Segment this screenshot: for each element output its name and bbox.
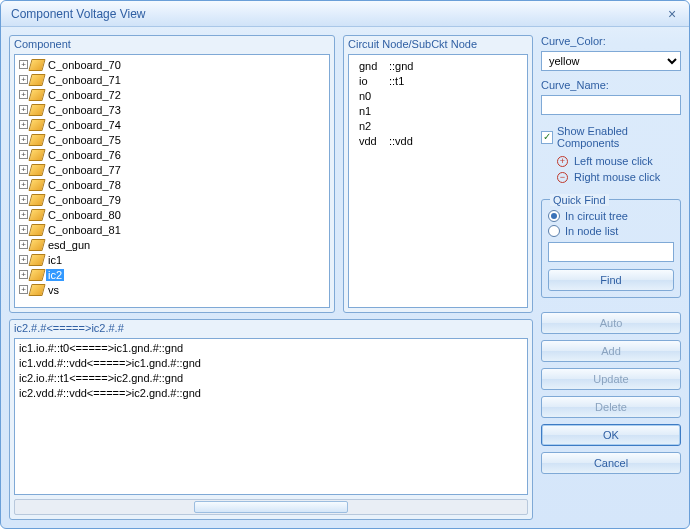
connections-list[interactable]: ic1.io.#::t0<=====>ic1.gnd.#::gndic1.vdd… [14, 338, 528, 495]
expand-icon[interactable]: + [19, 150, 28, 159]
tree-item[interactable]: +C_onboard_78 [17, 177, 327, 192]
radio-node-list[interactable] [548, 225, 560, 237]
node-key: n0 [359, 89, 389, 104]
top-row: Component +C_onboard_70+C_onboard_71+C_o… [9, 35, 533, 313]
cancel-button[interactable]: Cancel [541, 452, 681, 474]
node-row[interactable]: io::t1 [359, 74, 517, 89]
curve-color-select[interactable]: yellow [541, 51, 681, 71]
component-icon [28, 179, 45, 191]
node-key: gnd [359, 59, 389, 74]
auto-button[interactable]: Auto [541, 312, 681, 334]
connection-line[interactable]: ic2.vdd.#::vdd<=====>ic2.gnd.#::gnd [19, 386, 523, 401]
tree-item[interactable]: +C_onboard_76 [17, 147, 327, 162]
component-icon [28, 149, 45, 161]
expand-icon[interactable]: + [19, 120, 28, 129]
component-icon [28, 194, 45, 206]
expand-icon[interactable]: + [19, 60, 28, 69]
plus-circle-icon: + [557, 156, 568, 167]
show-enabled-checkbox[interactable] [541, 131, 553, 144]
expand-icon[interactable]: + [19, 165, 28, 174]
find-button[interactable]: Find [548, 269, 674, 291]
tree-item[interactable]: +C_onboard_72 [17, 87, 327, 102]
expand-icon[interactable]: + [19, 135, 28, 144]
node-key: io [359, 74, 389, 89]
tree-item[interactable]: +vs [17, 282, 327, 297]
connections-title: ic2.#.#<=====>ic2.#.# [10, 320, 532, 338]
expand-icon[interactable]: + [19, 285, 28, 294]
curve-name-input[interactable] [541, 95, 681, 115]
tree-item[interactable]: +esd_gun [17, 237, 327, 252]
radio-circuit-tree[interactable] [548, 210, 560, 222]
tree-item[interactable]: +ic2 [17, 267, 327, 282]
close-icon[interactable]: × [661, 6, 683, 22]
tree-item-label: C_onboard_79 [46, 194, 123, 206]
tree-item[interactable]: +ic1 [17, 252, 327, 267]
horizontal-scrollbar[interactable] [14, 499, 528, 515]
add-button[interactable]: Add [541, 340, 681, 362]
connections-panel: ic2.#.#<=====>ic2.#.# ic1.io.#::t0<=====… [9, 319, 533, 520]
tree-item-label: esd_gun [46, 239, 92, 251]
window-title: Component Voltage View [11, 7, 661, 21]
scrollbar-thumb[interactable] [194, 501, 348, 513]
node-value: ::vdd [389, 135, 413, 147]
node-row[interactable]: n2 [359, 119, 517, 134]
expand-icon[interactable]: + [19, 240, 28, 249]
quick-find-legend: Quick Find [550, 194, 609, 206]
radio-circuit-tree-row[interactable]: In circuit tree [548, 210, 674, 222]
titlebar: Component Voltage View × [1, 1, 689, 27]
connection-line[interactable]: ic1.vdd.#::vdd<=====>ic1.gnd.#::gnd [19, 356, 523, 371]
tree-item[interactable]: +C_onboard_71 [17, 72, 327, 87]
tree-item-label: vs [46, 284, 61, 296]
right-column: Curve_Color: yellow Curve_Name: Show Ena… [541, 35, 681, 520]
tree-item[interactable]: +C_onboard_80 [17, 207, 327, 222]
content-area: Component +C_onboard_70+C_onboard_71+C_o… [1, 27, 689, 528]
left-mouse-label: Left mouse click [574, 155, 653, 167]
show-enabled-row[interactable]: Show Enabled Components [541, 125, 681, 149]
component-icon [28, 239, 45, 251]
tree-item[interactable]: +C_onboard_79 [17, 192, 327, 207]
component-icon [28, 254, 45, 266]
node-row[interactable]: vdd::vdd [359, 134, 517, 149]
expand-icon[interactable]: + [19, 180, 28, 189]
node-value: ::gnd [389, 60, 413, 72]
tree-item[interactable]: +C_onboard_74 [17, 117, 327, 132]
expand-icon[interactable]: + [19, 225, 28, 234]
component-icon [28, 284, 45, 296]
show-enabled-label: Show Enabled Components [557, 125, 681, 149]
node-row[interactable]: n0 [359, 89, 517, 104]
node-list[interactable]: gnd::gndio::t1n0n1n2vdd::vdd [348, 54, 528, 308]
node-row[interactable]: gnd::gnd [359, 59, 517, 74]
node-key: vdd [359, 134, 389, 149]
connection-line[interactable]: ic2.io.#::t1<=====>ic2.gnd.#::gnd [19, 371, 523, 386]
update-button[interactable]: Update [541, 368, 681, 390]
expand-icon[interactable]: + [19, 90, 28, 99]
node-row[interactable]: n1 [359, 104, 517, 119]
tree-item-label: ic2 [46, 269, 64, 281]
component-icon [28, 89, 45, 101]
right-mouse-label: Right mouse click [574, 171, 660, 183]
tree-item[interactable]: +C_onboard_75 [17, 132, 327, 147]
expand-icon[interactable]: + [19, 195, 28, 204]
expand-icon[interactable]: + [19, 210, 28, 219]
node-key: n1 [359, 104, 389, 119]
radio-node-list-row[interactable]: In node list [548, 225, 674, 237]
expand-icon[interactable]: + [19, 255, 28, 264]
expand-icon[interactable]: + [19, 75, 28, 84]
expand-icon[interactable]: + [19, 105, 28, 114]
delete-button[interactable]: Delete [541, 396, 681, 418]
tree-item[interactable]: +C_onboard_70 [17, 57, 327, 72]
connection-line[interactable]: ic1.io.#::t0<=====>ic1.gnd.#::gnd [19, 341, 523, 356]
quick-find-input[interactable] [548, 242, 674, 262]
tree-item-label: C_onboard_78 [46, 179, 123, 191]
dialog-window: Component Voltage View × Component +C_on… [0, 0, 690, 529]
tree-item[interactable]: +C_onboard_73 [17, 102, 327, 117]
component-tree[interactable]: +C_onboard_70+C_onboard_71+C_onboard_72+… [14, 54, 330, 308]
component-panel: Component +C_onboard_70+C_onboard_71+C_o… [9, 35, 335, 313]
tree-item[interactable]: +C_onboard_77 [17, 162, 327, 177]
component-panel-title: Component [10, 36, 334, 54]
tree-item[interactable]: +C_onboard_81 [17, 222, 327, 237]
component-icon [28, 104, 45, 116]
expand-icon[interactable]: + [19, 270, 28, 279]
ok-button[interactable]: OK [541, 424, 681, 446]
action-buttons: Auto Add Update Delete OK Cancel [541, 312, 681, 474]
